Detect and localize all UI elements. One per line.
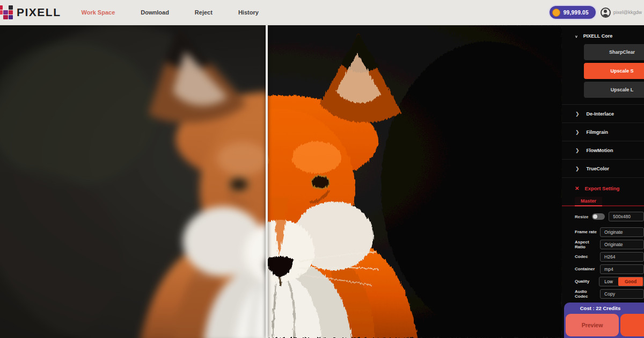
export-setting-icon: ✕ xyxy=(575,185,579,191)
pixell-logo-icon xyxy=(0,5,13,20)
export-settings-list: Frame rate Originate Aspect Ratio Origin… xyxy=(562,226,644,300)
resize-value-input[interactable]: 500x480 xyxy=(609,212,644,221)
quality-row: Quality Low Good xyxy=(562,275,644,287)
audio-codec-row: Audio Codec Copy xyxy=(562,287,644,300)
export-button[interactable]: Export xyxy=(620,314,644,336)
chevron-right-icon: ❯ xyxy=(575,166,580,171)
credits-badge[interactable]: 99,999.05 xyxy=(550,6,596,19)
frame-rate-select[interactable]: Originate xyxy=(600,227,644,237)
feature-sections: ❯ De-Interlace ❯ Filmgrain ❯ FlowMotion … xyxy=(562,104,644,178)
brand-name: PIXELL xyxy=(17,6,61,19)
fox-image-blurred xyxy=(0,25,267,338)
chevron-right-icon: ❯ xyxy=(575,148,580,153)
action-buttons: Preview Export xyxy=(566,314,644,336)
sharpclear-button[interactable]: SharpClear xyxy=(584,44,644,60)
core-buttons: SharpClear Upscale S Upscale L xyxy=(584,44,644,98)
resize-label: Resize xyxy=(575,214,588,219)
app-window: PIXELL Work Space Download Reject Histor… xyxy=(0,0,644,338)
comparison-after-image xyxy=(267,25,562,338)
nav-item-workspace[interactable]: Work Space xyxy=(82,6,115,19)
quality-good-option[interactable]: Good xyxy=(618,277,643,286)
chevron-right-icon: ❯ xyxy=(575,130,580,135)
upscale-l-button[interactable]: Upscale L xyxy=(584,82,644,98)
brand[interactable]: PIXELL xyxy=(0,5,61,20)
frame-rate-row: Frame rate Originate xyxy=(562,226,644,238)
codec-row: Codec H264 xyxy=(562,250,644,263)
cost-label: Cost : 22 Credits xyxy=(564,303,644,314)
quality-low-option[interactable]: Low xyxy=(599,279,618,284)
tab-master[interactable]: Master xyxy=(575,197,602,206)
credits-amount: 99,999.05 xyxy=(564,10,589,16)
nav-item-reject[interactable]: Reject xyxy=(195,6,213,19)
resize-toggle[interactable] xyxy=(592,213,605,220)
export-setting-header[interactable]: ✕ Export Setting xyxy=(562,178,644,197)
settings-sidebar: ∨ PIXELL Core SharpClear Upscale S Upsca… xyxy=(562,25,644,338)
aspect-ratio-select[interactable]: Originate xyxy=(600,240,644,249)
user-email: pixel@kkgdw xyxy=(613,10,642,15)
core-section-header[interactable]: ∨ PIXELL Core xyxy=(562,25,644,39)
chevron-right-icon: ❯ xyxy=(575,111,580,117)
preview-button[interactable]: Preview xyxy=(566,314,619,336)
export-tabs: Master xyxy=(562,197,644,206)
export-setting-title: Export Setting xyxy=(584,185,619,191)
comparison-before-image xyxy=(0,25,267,338)
core-section-title: PIXELL Core xyxy=(583,33,612,39)
user-menu[interactable]: pixel@kkgdw xyxy=(601,8,642,18)
chevron-down-icon: ∨ xyxy=(575,34,578,38)
resize-row: Resize 500x480 xyxy=(575,212,644,221)
codec-select[interactable]: H264 xyxy=(600,252,644,262)
section-flowmotion[interactable]: ❯ FlowMotion xyxy=(562,141,644,160)
comparison-divider-handle[interactable] xyxy=(266,25,268,338)
audio-codec-select[interactable]: Copy xyxy=(600,289,644,299)
section-de-interlace[interactable]: ❯ De-Interlace xyxy=(562,105,644,123)
cost-panel: Cost : 22 Credits Preview Export xyxy=(564,303,644,338)
main-nav: Work Space Download Reject History xyxy=(82,6,284,19)
nav-item-download[interactable]: Download xyxy=(141,6,169,19)
upscale-s-button[interactable]: Upscale S xyxy=(584,63,644,79)
container-row: Container mp4 xyxy=(562,263,644,275)
fox-image-enhanced xyxy=(267,25,562,338)
section-truecolor[interactable]: ❯ TrueColor xyxy=(562,160,644,178)
coin-icon xyxy=(552,9,560,17)
nav-item-history[interactable]: History xyxy=(238,6,259,19)
container-select[interactable]: mp4 xyxy=(600,264,644,274)
navbar-right: 99,999.05 pixel@kkgdw xyxy=(550,6,642,19)
quality-options: Low Good xyxy=(599,277,644,286)
user-avatar-icon xyxy=(601,8,611,18)
comparison-stage xyxy=(0,25,562,338)
top-navbar: PIXELL Work Space Download Reject Histor… xyxy=(0,0,644,25)
section-filmgrain[interactable]: ❯ Filmgrain xyxy=(562,123,644,141)
aspect-ratio-row: Aspect Ratio Originate xyxy=(562,238,644,250)
